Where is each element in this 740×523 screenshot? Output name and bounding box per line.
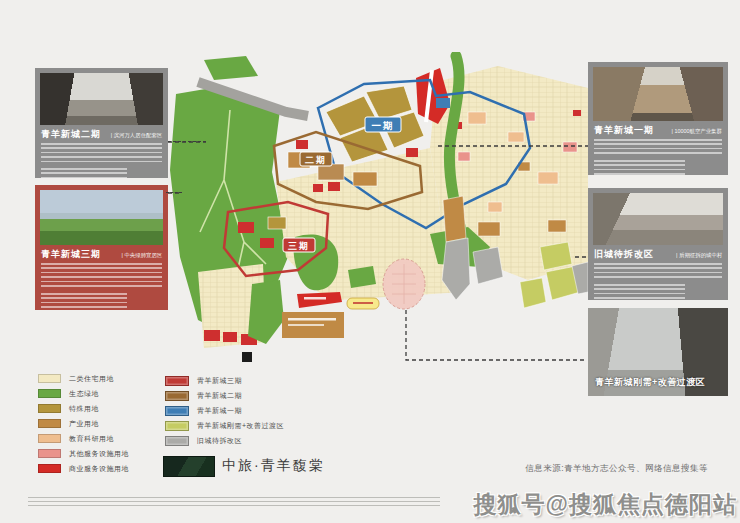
legend-label: 特殊用地 [69,404,99,414]
infographic-page: 一期 二期 三期 青羊新城二期 | 滨河万人居住配套区 青羊新城三期 | 中央绿… [0,0,740,523]
phase-tag-2: 二期 [300,152,332,166]
project-site-highlight [383,259,425,309]
disclaimer-fineprint [28,497,440,508]
panel-oldtown-bodytext2 [594,284,685,301]
panel-transition-photo: 青羊新城刚需+改善过渡区 [588,308,728,396]
legend-swatch [165,391,189,401]
legend-row: 特殊用地 [38,401,129,416]
legend-phases: 青羊新城三期 青羊新城二期 青羊新城一期 青羊新城刚需+改善过渡区 旧城待拆改区 [165,373,284,448]
panel-phase3-title: 青羊新城三期 [41,248,101,261]
legend-label: 二类住宅用地 [69,374,114,384]
legend-row: 其他服务设施用地 [38,446,129,461]
legend-swatch [165,436,189,446]
legend-label: 其他服务设施用地 [69,449,129,459]
panel-phase3-subtitle: | 中央绿肺宜居区 [121,251,162,259]
panel-oldtown-bodytext [594,263,722,280]
legend-label: 青羊新城刚需+改善过渡区 [197,421,284,431]
land-use-map: 一期 二期 三期 [168,52,588,370]
legend-label: 青羊新城二期 [197,391,242,401]
panel-phase2-title: 青羊新城二期 [41,128,101,141]
connector-phase2 [168,141,206,142]
panel-phase2-bodytext [41,143,162,164]
brand-logo-image [163,456,215,477]
panel-phase1-bodytext2 [594,160,685,177]
panel-phase3: 青羊新城三期 | 中央绿肺宜居区 [35,185,168,310]
phase-tag-3: 三期 [283,238,315,252]
legend-row: 商业服务设施用地 [38,461,129,476]
phase1-photo [593,67,723,121]
phase2-tag-label: 二期 [305,155,327,165]
legend-label: 教育科研用地 [69,434,114,444]
legend-row: 旧城待拆改区 [165,433,284,448]
oldtown-photo [593,193,723,245]
legend-swatch [38,419,61,428]
panel-phase1: 青羊新城一期 | 10000航空产业集群 [588,62,728,175]
panel-phase2-bodytext2 [41,168,127,180]
landmark-blocks [282,292,379,338]
legend-label: 商业服务设施用地 [69,464,129,474]
legend-swatch [38,464,61,473]
source-note: 信息来源:青羊地方志公众号、网络信息搜集等 [525,463,708,475]
panel-phase1-title: 青羊新城一期 [594,124,654,137]
legend-label: 青羊新城三期 [197,376,242,386]
legend-row: 二类住宅用地 [38,371,129,386]
legend-row: 产业用地 [38,416,129,431]
phase3-photo [40,190,163,245]
legend-swatch [38,449,61,458]
phase-tag-1: 一期 [365,117,401,132]
brand-name: 中旅·青羊馥棠 [222,457,325,475]
transition-caption: 青羊新城刚需+改善过渡区 [595,376,705,389]
legend-row: 生态绿地 [38,386,129,401]
legend-row: 青羊新城刚需+改善过渡区 [165,418,284,433]
legend-swatch [38,389,61,398]
phase1-tag-label: 一期 [372,120,395,131]
legend-swatch [38,374,61,383]
panel-oldtown-subtitle: | 后期征拆的城中村 [676,251,722,259]
watermark: 搜狐号@搜狐焦点德阳站 [474,489,737,520]
legend-swatch [38,404,61,413]
panel-phase1-subtitle: | 10000航空产业集群 [672,127,722,135]
legend-row: 青羊新城三期 [165,373,284,388]
connector-phase3 [166,192,182,193]
panel-phase2: 青羊新城二期 | 滨河万人居住配套区 [35,68,168,178]
legend-row: 教育科研用地 [38,431,129,446]
legend-swatch [38,434,61,443]
panel-oldtown: 旧城待拆改区 | 后期征拆的城中村 [588,188,728,300]
panel-phase3-bodytext [41,263,162,289]
legend-label: 旧城待拆改区 [197,436,242,446]
legend-label: 青羊新城一期 [197,406,242,416]
panel-phase3-bodytext2 [41,293,127,310]
legend-landuse: 二类住宅用地 生态绿地 特殊用地 产业用地 教育科研用地 其他服务设施用地 商业… [38,371,129,476]
legend-label: 产业用地 [69,419,99,429]
panel-phase2-subtitle: | 滨河万人居住配套区 [110,131,162,139]
panel-oldtown-title: 旧城待拆改区 [594,248,654,261]
panel-phase1-bodytext [594,139,722,156]
phase2-photo [40,73,163,125]
legend-swatch [165,406,189,416]
legend-swatch [165,421,189,431]
legend-row: 青羊新城二期 [165,388,284,403]
legend-swatch [165,376,189,386]
legend-row: 青羊新城一期 [165,403,284,418]
phase3-tag-label: 三期 [288,241,310,251]
legend-label: 生态绿地 [69,389,99,399]
